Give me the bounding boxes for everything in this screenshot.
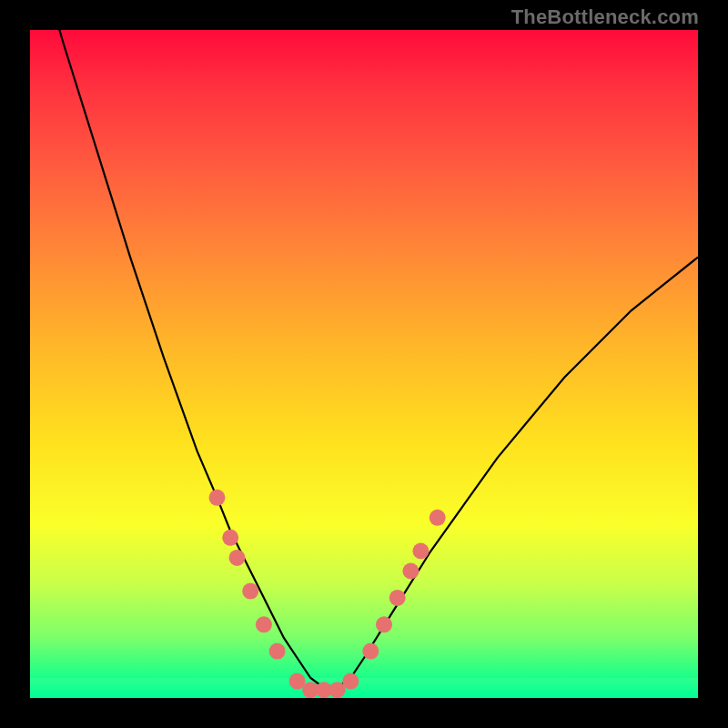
- curve-marker: [242, 583, 258, 600]
- curve-marker: [342, 673, 359, 690]
- curve-marker: [209, 490, 226, 506]
- curve-marker: [269, 643, 286, 660]
- curve-marker: [389, 590, 406, 606]
- plot-area: [30, 30, 698, 698]
- bottleneck-curve: [30, 30, 698, 698]
- curve-marker: [376, 616, 392, 632]
- curve-marker: [329, 682, 346, 698]
- curve-marker: [256, 616, 272, 632]
- curve-marker: [229, 550, 246, 566]
- curve-marker: [430, 510, 446, 526]
- curve-marker: [412, 543, 429, 560]
- curve-marker: [289, 673, 306, 690]
- chart-frame: TheBottleneck.com: [0, 0, 728, 728]
- curve-marker: [402, 563, 419, 580]
- curve-marker: [362, 643, 379, 660]
- attribution-watermark: TheBottleneck.com: [511, 5, 699, 29]
- curve-marker: [222, 530, 238, 546]
